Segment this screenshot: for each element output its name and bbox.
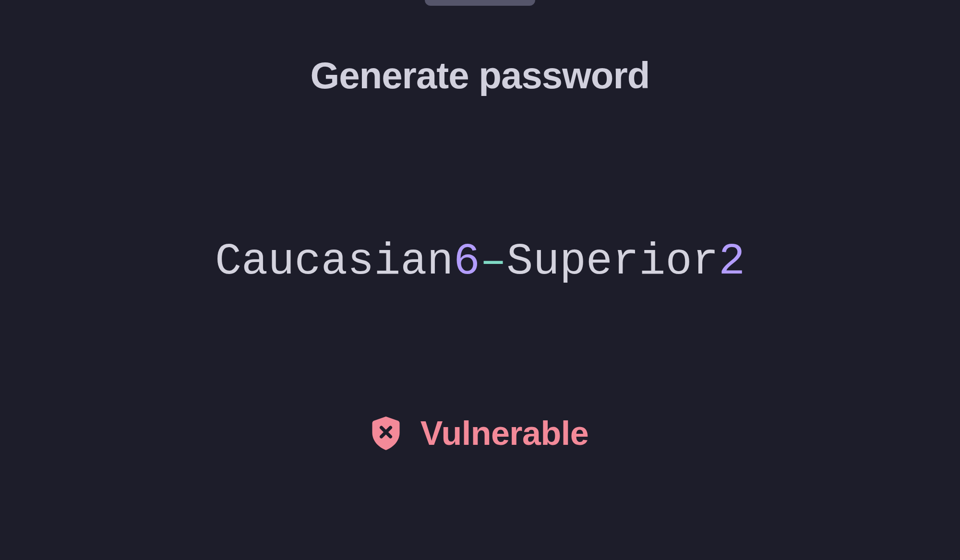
password-strength-row: Vulnerable (372, 414, 588, 453)
generated-password[interactable]: Caucasian6–Superior2 (215, 237, 745, 287)
password-strength-label: Vulnerable (420, 414, 588, 453)
password-segment-letter: Superior (506, 237, 719, 287)
password-segment-digit: 2 (719, 237, 745, 287)
password-segment-digit: 6 (454, 237, 480, 287)
page-title: Generate password (311, 54, 650, 97)
shield-x-icon (372, 416, 400, 451)
password-segment-symbol: – (480, 237, 506, 287)
password-segment-letter: Caucasian (215, 237, 454, 287)
sheet-drag-handle[interactable] (425, 0, 535, 6)
